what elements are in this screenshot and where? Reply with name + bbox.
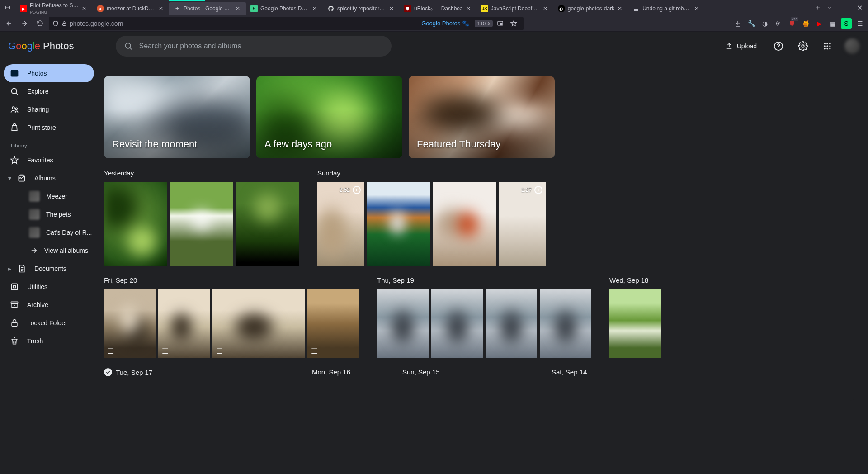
search-input[interactable] (139, 42, 383, 50)
sidebar-item-locked-folder[interactable]: Locked Folder (4, 314, 94, 332)
javascript-icon: JS (481, 5, 488, 12)
forward-button[interactable] (18, 17, 31, 30)
section-title[interactable]: Sat, Sep 14 (552, 368, 587, 376)
photo-thumb[interactable] (433, 182, 496, 266)
section-title[interactable]: Thu, Sep 19 (377, 276, 591, 284)
downloads-button[interactable] (732, 18, 743, 29)
sidebar-item-documents[interactable]: ▸ Documents (4, 260, 94, 278)
video-thumb[interactable]: 2:52 (317, 182, 364, 266)
tab-google-photos[interactable]: ✦ Photos - Google Pho ✕ (169, 2, 246, 15)
reload-button[interactable] (33, 17, 46, 30)
tab-ublock[interactable]: ⛊ uBlock₀ — Dashboa ✕ (400, 2, 476, 15)
apps-launcher-button[interactable] (818, 37, 836, 55)
section-title[interactable]: Tue, Sep 17 (104, 368, 294, 376)
photo-thumb[interactable] (377, 289, 429, 358)
tab-strip: ▶ Pilot Refuses to Say t PLAYING ✕ ● mee… (0, 0, 868, 15)
pip-button[interactable] (494, 17, 506, 30)
sidebar-item-sharing[interactable]: Sharing (4, 100, 94, 118)
extension-grid[interactable]: ▦ (827, 18, 838, 29)
close-window-button[interactable]: ✕ (854, 2, 865, 14)
svg-point-8 (826, 43, 828, 44)
upload-button[interactable]: Upload (719, 38, 763, 54)
sidebar-item-trash[interactable]: Trash (4, 332, 94, 350)
sidebar-item-favorites[interactable]: Favorites (4, 151, 94, 169)
extension-youtube[interactable]: ▶ (814, 18, 825, 29)
settings-button[interactable] (794, 37, 812, 55)
sidebar-item-archive[interactable]: Archive (4, 296, 94, 314)
section-title[interactable]: Yesterday (104, 169, 299, 177)
sidebar-item-explore[interactable]: Explore (4, 82, 94, 100)
photo-thumb[interactable] (170, 182, 233, 266)
url-box[interactable]: photos.google.com Google Photos 🐾 110% (49, 17, 524, 30)
photo-thumb[interactable]: ☰ (212, 289, 305, 358)
bookmark-button[interactable] (507, 17, 520, 30)
sidebar-item-photos[interactable]: Photos (4, 64, 94, 82)
photo-thumb[interactable] (431, 289, 483, 358)
extension-darkreader[interactable]: ◑ (760, 18, 770, 29)
photo-thumb[interactable]: ☰ (307, 289, 359, 358)
close-tab-icon[interactable]: ✕ (465, 5, 472, 12)
extension-green[interactable]: S (841, 18, 852, 29)
view-all-albums[interactable]: View all albums (4, 242, 94, 260)
photo-thumb[interactable] (540, 289, 591, 358)
section-title[interactable]: Mon, Sep 16 (312, 368, 384, 376)
divider (9, 353, 89, 353)
sidebar-item-utilities[interactable]: Utilities (4, 278, 94, 296)
photo-thumb[interactable] (236, 182, 299, 266)
close-tab-icon[interactable]: ✕ (542, 5, 549, 12)
photo-thumb[interactable] (486, 289, 537, 358)
tab-duckduckgo[interactable]: ● meezer at DuckDuck ✕ (92, 2, 169, 15)
photo-thumb[interactable] (367, 182, 430, 266)
tab-stylus[interactable]: S Google Photos Dark ✕ (246, 2, 323, 15)
close-tab-icon[interactable]: ✕ (311, 5, 318, 12)
help-button[interactable] (769, 37, 788, 55)
sidebar-item-print-store[interactable]: Print store (4, 118, 94, 137)
section-title[interactable]: Fri, Sep 20 (104, 276, 359, 284)
tab-youtube[interactable]: ▶ Pilot Refuses to Say t PLAYING ✕ (15, 2, 92, 15)
reader-mode-label[interactable]: Google Photos 🐾 (421, 20, 469, 27)
account-avatar[interactable] (844, 38, 860, 54)
zoom-indicator[interactable]: 110% (475, 20, 493, 27)
tab-github[interactable]: spicetify repositories ✕ (323, 2, 400, 15)
close-tab-icon[interactable]: ✕ (616, 5, 623, 12)
tab-js-deobf[interactable]: JS JavaScript Deobfusc ✕ (476, 2, 553, 15)
close-tab-icon[interactable]: ✕ (693, 5, 700, 12)
back-button[interactable] (3, 17, 15, 30)
photo-thumb[interactable]: ☰ (104, 289, 156, 358)
memory-card-featured[interactable]: Featured Thursday (409, 76, 555, 158)
album-meezer[interactable]: Meezer (4, 187, 94, 205)
extension-honey[interactable]: 🍯 (800, 18, 811, 29)
tab-google-photos-dark[interactable]: ◐ google-photos-dark ✕ (553, 2, 628, 15)
new-tab-button[interactable]: ＋ (812, 2, 824, 14)
memory-card-few-days[interactable]: A few days ago (256, 76, 402, 158)
close-tab-icon[interactable]: ✕ (388, 5, 395, 12)
sidebar-item-albums[interactable]: ▾ Albums (4, 169, 94, 187)
close-tab-icon[interactable]: ✕ (80, 5, 88, 12)
photo-thumb[interactable] (609, 289, 661, 358)
logo[interactable]: Google Photos (8, 40, 74, 52)
section-title[interactable]: Sunday (317, 169, 546, 177)
shopping-bag-icon (10, 123, 19, 132)
close-tab-icon[interactable]: ✕ (234, 5, 241, 12)
tabs-overflow-button[interactable] (824, 2, 835, 14)
memory-card-revisit[interactable]: Revisit the moment (104, 76, 250, 158)
svg-point-12 (829, 45, 830, 47)
customize-button[interactable]: 🔧 (746, 18, 757, 29)
album-cats-day[interactable]: Cat's Day of R... (4, 223, 94, 242)
section-title[interactable]: Wed, Sep 18 (609, 276, 661, 284)
close-tab-icon[interactable]: ✕ (157, 5, 165, 12)
album-the-pets[interactable]: The pets (4, 205, 94, 223)
section-title[interactable]: Sun, Sep 15 (402, 368, 533, 376)
search-bar[interactable] (116, 36, 392, 57)
app-menu-button[interactable]: ☰ (854, 18, 865, 29)
photo-thumb[interactable] (104, 182, 167, 266)
extension-ublock[interactable]: ⛊420 (787, 18, 797, 29)
tab-stackoverflow[interactable]: ≣ Undoing a git rebase ✕ (628, 2, 705, 15)
main-content: Revisit the moment A few days ago Featur… (98, 61, 868, 474)
video-thumb[interactable]: 1:27 (499, 182, 546, 266)
upload-icon (725, 42, 733, 50)
extension-puzzle[interactable] (773, 18, 784, 29)
photo-thumb[interactable]: ☰ (158, 289, 210, 358)
check-circle-icon[interactable] (104, 368, 112, 376)
tab-history-dropdown[interactable] (3, 3, 13, 13)
